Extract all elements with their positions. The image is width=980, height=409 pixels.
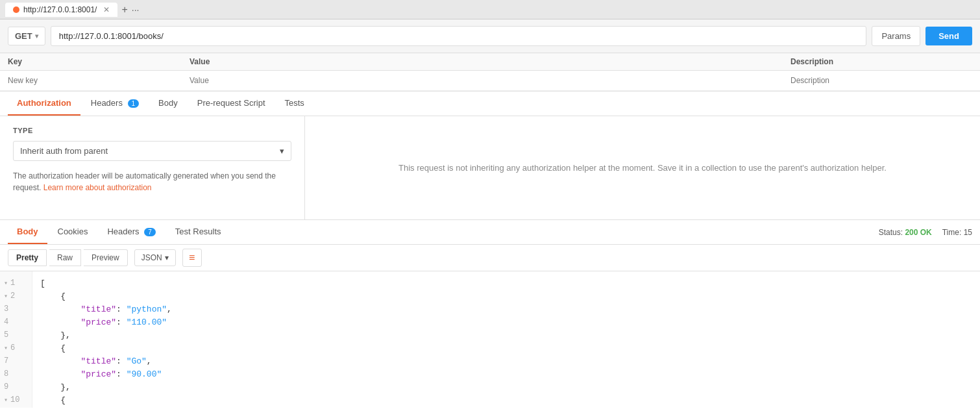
code-content: [ { "title": "python", "price": "110.00"… <box>32 271 980 408</box>
method-selector[interactable]: GET ▾ <box>8 27 45 45</box>
line-num-7: 7 <box>0 354 32 367</box>
line-num-8: 8 <box>0 367 32 380</box>
method-chevron-icon: ▾ <box>35 32 38 40</box>
response-toolbar: Pretty Raw Preview JSON ▾ ≡ <box>0 245 980 271</box>
params-desc-header: Description <box>790 57 972 66</box>
tab-favicon-icon <box>13 6 19 13</box>
headers-badge: 1 <box>128 99 140 108</box>
request-bar: GET ▾ Params Send <box>0 19 980 53</box>
code-line-4: "price": "110.00" <box>40 316 972 328</box>
new-key-input[interactable] <box>8 73 105 88</box>
time-value: 15 <box>964 228 972 237</box>
code-line-5: }, <box>40 328 972 341</box>
line-num-11: 11 <box>0 406 32 408</box>
response-status: Status: 200 OK Time: 15 <box>879 228 972 237</box>
tab-authorization-label: Authorization <box>17 98 71 108</box>
params-header: Key Value Description <box>0 53 980 71</box>
resp-tab-headers[interactable]: Headers 7 <box>98 220 164 244</box>
new-desc-input[interactable] <box>790 73 888 88</box>
tab-body-label: Body <box>158 98 178 108</box>
browser-bar: http://127.0.0.1:8001/ ✕ + ··· <box>0 0 980 19</box>
code-line-9: }, <box>40 380 972 393</box>
line-num-2: ▾2 <box>0 290 32 303</box>
auth-right-panel: This request is not inheriting any autho… <box>305 116 980 219</box>
code-line-7: "title": "Go", <box>40 354 972 367</box>
browser-tab[interactable]: http://127.0.0.1:8001/ ✕ <box>5 3 117 17</box>
line-num-9: 9 <box>0 380 32 393</box>
code-line-3: "title": "python", <box>40 303 972 316</box>
resp-tab-body[interactable]: Body <box>8 220 47 244</box>
auth-type-value: Inherit auth from parent <box>20 146 108 156</box>
request-tabs: Authorization Headers 1 Body Pre-request… <box>0 92 980 116</box>
tab-tests-label: Tests <box>285 98 304 108</box>
params-key-header: Key <box>8 57 190 66</box>
resp-headers-badge: 7 <box>144 228 156 236</box>
code-line-6: { <box>40 341 972 354</box>
line-num-6: ▾6 <box>0 341 32 354</box>
auth-right-message: This request is not inheriting any autho… <box>398 163 887 173</box>
code-line-8: "price": "90.00" <box>40 367 972 380</box>
resp-tab-cookies[interactable]: Cookies <box>49 220 97 244</box>
pretty-button[interactable]: Pretty <box>8 249 47 266</box>
line-numbers: ▾1 ▾2 3 4 5 ▾6 7 8 9 ▾10 11 12 13 14 <box>0 271 32 408</box>
auth-content: TYPE Inherit auth from parent ▾ The auth… <box>0 116 980 220</box>
resp-tab-body-label: Body <box>17 227 38 236</box>
tab-close-icon[interactable]: ✕ <box>103 5 110 14</box>
auth-type-label: TYPE <box>13 127 291 134</box>
raw-button[interactable]: Raw <box>49 249 81 266</box>
line-num-1: ▾1 <box>0 277 32 290</box>
line-num-5: 5 <box>0 328 32 341</box>
auth-type-selector[interactable]: Inherit auth from parent ▾ <box>13 141 291 161</box>
line-num-10: ▾10 <box>0 393 32 406</box>
time-label: Time: 15 <box>942 228 972 237</box>
status-label: Status: 200 OK <box>879 228 932 237</box>
params-value-header: Value <box>190 57 790 66</box>
format-selector[interactable]: JSON ▾ <box>134 249 176 266</box>
code-line-10: { <box>40 393 972 406</box>
auth-learn-more-link[interactable]: Learn more about authorization <box>43 183 152 192</box>
method-label: GET <box>15 31 32 41</box>
params-button[interactable]: Params <box>872 26 920 46</box>
code-area: ▾1 ▾2 3 4 5 ▾6 7 8 9 ▾10 11 12 13 14 [ {… <box>0 271 980 408</box>
auth-select-chevron-icon: ▾ <box>280 146 284 156</box>
auth-left-panel: TYPE Inherit auth from parent ▾ The auth… <box>0 116 305 219</box>
new-value-input[interactable] <box>190 73 287 88</box>
tab-url-text: http://127.0.0.1:8001/ <box>23 5 97 14</box>
tab-headers-label: Headers <box>91 98 123 108</box>
resp-tab-cookies-label: Cookies <box>58 227 88 236</box>
tab-body[interactable]: Body <box>149 92 187 116</box>
resp-tab-test-results[interactable]: Test Results <box>166 220 230 244</box>
tab-more-button[interactable]: ··· <box>132 5 140 15</box>
wrap-icon: ≡ <box>189 252 195 264</box>
status-value: 200 OK <box>905 228 931 237</box>
tab-pre-request-label: Pre-request Script <box>197 98 265 108</box>
params-new-row <box>0 71 980 91</box>
tab-tests[interactable]: Tests <box>276 92 313 116</box>
send-button[interactable]: Send <box>925 27 972 45</box>
resp-tab-test-results-label: Test Results <box>175 227 221 236</box>
preview-button[interactable]: Preview <box>84 249 128 266</box>
tab-headers[interactable]: Headers 1 <box>82 92 148 116</box>
resp-tab-headers-label: Headers <box>107 227 139 236</box>
tab-authorization[interactable]: Authorization <box>8 92 80 116</box>
params-table: Key Value Description <box>0 53 980 92</box>
code-line-2: { <box>40 290 972 303</box>
code-line-11: "title": "C Language", <box>40 406 972 408</box>
new-tab-button[interactable]: + <box>117 4 131 16</box>
auth-description: The authorization header will be automat… <box>13 170 291 193</box>
response-tabs-bar: Body Cookies Headers 7 Test Results Stat… <box>0 220 980 245</box>
url-input[interactable] <box>51 26 867 46</box>
line-num-3: 3 <box>0 303 32 316</box>
format-chevron-icon: ▾ <box>165 253 169 262</box>
code-line-1: [ <box>40 277 972 290</box>
wrap-button[interactable]: ≡ <box>182 249 202 267</box>
format-label: JSON <box>141 253 162 262</box>
tab-pre-request-script[interactable]: Pre-request Script <box>188 92 275 116</box>
line-num-4: 4 <box>0 316 32 328</box>
